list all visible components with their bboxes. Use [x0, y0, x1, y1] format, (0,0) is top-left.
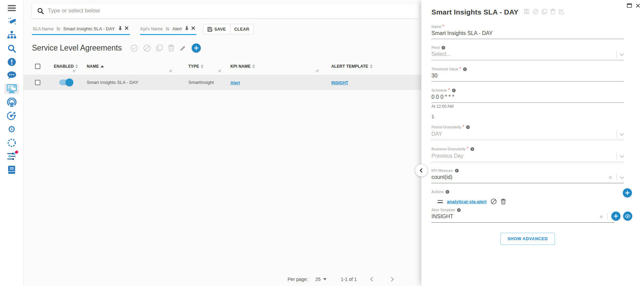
info-icon[interactable]: i [446, 190, 449, 194]
sitemap-icon[interactable] [4, 30, 19, 40]
drag-handle-icon[interactable] [438, 200, 443, 203]
kpi-measure-select[interactable]: count(id) ✕ [431, 172, 624, 183]
edit-pencil-icon[interactable] [180, 45, 186, 52]
action-item: analytical-sla-alert [438, 198, 624, 204]
name-input[interactable]: Smart Insights SLA - DAY [431, 29, 624, 39]
add-alert-template-button[interactable] [611, 212, 620, 221]
period-granularity-select[interactable]: DAY [431, 129, 624, 140]
column-resize-handle[interactable] [218, 68, 221, 74]
disable-ban-icon[interactable] [491, 198, 497, 204]
filter-value: Alert [172, 26, 182, 31]
pivot-select[interactable]: Select... [431, 50, 624, 60]
magic-wand-icon[interactable] [4, 16, 19, 27]
sliders-icon[interactable] [4, 151, 19, 161]
chevron-down-icon[interactable] [620, 174, 624, 179]
info-icon[interactable]: i [470, 147, 474, 151]
disable-ban-icon[interactable] [143, 44, 151, 52]
sort-asc-icon [101, 65, 104, 67]
clear-button[interactable]: CLEAR [230, 24, 254, 34]
copy-icon[interactable] [542, 9, 547, 16]
pin-icon[interactable] [185, 26, 189, 31]
info-icon[interactable]: i [463, 67, 467, 71]
data-radar-icon[interactable] [4, 97, 19, 107]
preview-eye-button[interactable] [623, 212, 632, 221]
chevron-down-icon[interactable] [620, 153, 624, 158]
floppy-disk-icon [207, 27, 212, 32]
field-period-granularity: Period Granularity*i DAY [431, 125, 624, 140]
delete-trash-icon[interactable] [551, 9, 555, 16]
column-resize-handle[interactable] [72, 68, 76, 74]
schedule-input[interactable]: 0 0 0 * * * [431, 93, 624, 103]
delete-trash-icon[interactable] [168, 44, 174, 52]
alert-template-link[interactable]: INSIGHT [331, 81, 348, 85]
add-sla-button[interactable] [192, 43, 201, 53]
edit-pencil-square-icon[interactable] [559, 9, 564, 16]
dashed-circle-icon[interactable] [4, 137, 19, 148]
chevron-down-icon[interactable] [620, 52, 624, 56]
filter-chip-sla-name[interactable]: SLA Name is Smart Insights SLA - DAY [32, 26, 130, 35]
monitor-dashboard-icon[interactable] [4, 84, 19, 94]
book-icon[interactable] [4, 164, 19, 175]
filter-chip-kpi-name[interactable]: Kpi's Name is Alert [140, 26, 197, 35]
page-range: 1-1 of 1 [341, 277, 356, 282]
page-title: Service Level Agreements [32, 43, 122, 53]
collapse-panel-button[interactable] [415, 164, 427, 177]
column-resize-handle[interactable] [315, 68, 319, 74]
chevron-down-icon[interactable] [620, 131, 624, 136]
business-granularity-select[interactable]: Previous Day [431, 151, 624, 162]
gear-icon[interactable]: ⚙ [4, 124, 19, 134]
kpi-name-link[interactable]: Alert [230, 81, 240, 85]
column-header-alert-template[interactable]: ALERT TEMPLATE [326, 64, 421, 69]
chat-icon[interactable] [4, 70, 19, 81]
prev-page-icon[interactable] [370, 277, 375, 282]
share-gauge-icon[interactable] [4, 110, 19, 121]
field-threshold: Threshold Value*i 30 [431, 67, 624, 82]
title-row: Service Level Agreements [32, 43, 421, 53]
copy-icon[interactable] [156, 44, 163, 52]
action-link[interactable]: analytical-sla-alert [447, 199, 487, 204]
pin-icon[interactable] [118, 26, 122, 31]
column-header-kpi-name[interactable]: KPI NAME [225, 64, 326, 69]
field-kpi-measure: KPI Measurei count(id) ✕ [431, 168, 624, 183]
disable-ban-icon[interactable] [533, 9, 538, 16]
next-page-icon[interactable] [389, 277, 394, 282]
delete-trash-icon[interactable] [501, 199, 506, 204]
filter-field: Kpi's Name [141, 26, 163, 31]
remove-filter-icon[interactable] [125, 26, 128, 30]
enable-check-icon[interactable] [130, 44, 138, 52]
cell-type: SmartInsight [182, 80, 225, 85]
save-button[interactable]: SAVE [203, 24, 230, 34]
cell-name: Smart Insights SLA - DAY [84, 80, 182, 85]
row-checkbox[interactable] [35, 80, 40, 85]
required-marker: * [463, 124, 464, 129]
select-all-checkbox[interactable] [35, 64, 40, 69]
column-header-name[interactable]: NAME [84, 64, 182, 69]
alert-template-select[interactable]: INSIGHT ✕ [431, 212, 615, 223]
search-icon[interactable] [4, 43, 19, 54]
threshold-input[interactable]: 30 [431, 71, 624, 82]
clear-value-icon[interactable]: ✕ [599, 214, 603, 219]
panel-title: Smart Insights SLA - DAY [431, 8, 519, 16]
search-input[interactable] [48, 7, 413, 14]
column-header-enabled[interactable]: ENABLED [47, 64, 84, 69]
close-panel-icon[interactable] [636, 4, 640, 8]
hamburger-menu-icon[interactable] [4, 3, 19, 13]
save-icon[interactable] [524, 9, 529, 15]
remove-filter-icon[interactable] [191, 26, 195, 30]
maximize-window-icon[interactable] [627, 3, 632, 8]
per-page-select[interactable]: 25 [315, 277, 327, 282]
enabled-toggle[interactable] [59, 80, 73, 85]
detail-panel: Smart Insights SLA - DAY Name* Smart Ins… [421, 0, 644, 286]
info-icon[interactable]: i [452, 89, 456, 92]
clear-value-icon[interactable]: ✕ [608, 175, 612, 180]
info-icon[interactable]: i [455, 169, 459, 172]
info-icon[interactable]: i [442, 46, 445, 50]
table-row[interactable]: Smart Insights SLA - DAY SmartInsight Al… [24, 75, 421, 90]
column-resize-handle[interactable] [169, 68, 172, 74]
info-icon[interactable]: i [466, 125, 470, 129]
sla-table: ENABLED NAME TYPE KPI NAME ALERT TEMPLAT… [24, 58, 421, 90]
alert-circle-icon[interactable] [4, 57, 19, 67]
info-icon[interactable]: i [457, 208, 461, 212]
show-advanced-button[interactable]: SHOW ADVANCED [500, 233, 555, 245]
add-action-button[interactable] [623, 188, 632, 197]
